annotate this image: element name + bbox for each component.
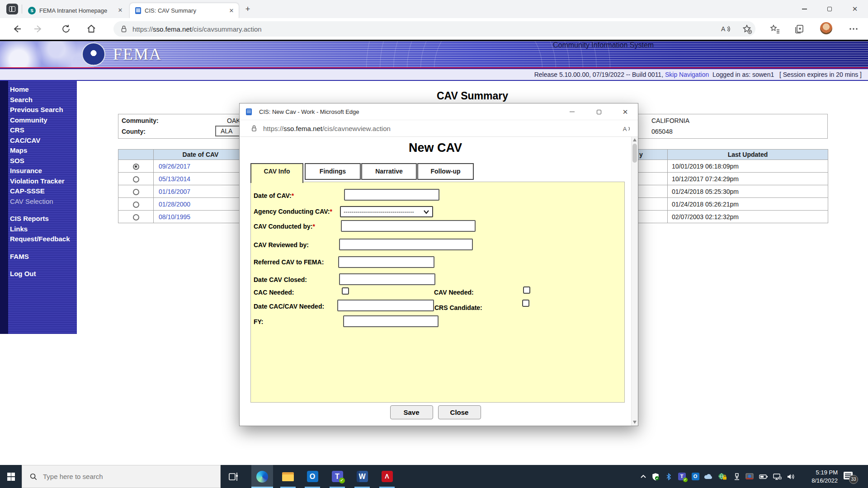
scrollbar-thumb[interactable] [632, 144, 637, 163]
tray-volume-icon[interactable] [785, 465, 797, 488]
tray-usb-icon[interactable] [731, 465, 743, 488]
popup-scrollbar[interactable] [631, 137, 638, 426]
tray-battery-icon[interactable] [758, 465, 769, 488]
referred-cav-to-fema-input[interactable] [338, 256, 434, 268]
taskbar-clock[interactable]: 5:19 PM 8/16/2022 [802, 465, 838, 488]
date-cav-closed-input[interactable] [339, 273, 435, 285]
sidebar-item-community[interactable]: Community [10, 115, 77, 126]
sidebar-item-fams[interactable]: FAMS [10, 252, 77, 262]
row-radio[interactable] [133, 189, 139, 195]
collections-icon[interactable] [794, 23, 805, 34]
refresh-icon[interactable] [61, 23, 71, 34]
taskbar-search-box[interactable] [22, 465, 221, 488]
close-tab-icon[interactable]: ✕ [117, 7, 124, 14]
cac-needed-checkbox[interactable] [342, 287, 349, 295]
sidebar-item-cac-cav[interactable]: CAC/CAV [10, 136, 77, 146]
taskbar-teams-button[interactable]: T✓ [326, 465, 348, 488]
task-view-button[interactable] [223, 465, 245, 488]
close-tab-icon[interactable]: ✕ [228, 7, 235, 14]
tab-cis-cav-summary[interactable]: CIS: CAV Summary ✕ [129, 3, 239, 18]
tray-teams-icon[interactable]: T✓ [676, 465, 688, 488]
tab-narrative[interactable]: Narrative [361, 163, 417, 180]
taskbar-outlook-button[interactable]: O [302, 465, 323, 488]
sidebar-item-request-feedback[interactable]: Request/Feedback [10, 234, 77, 244]
sidebar-item-log-out[interactable]: Log Out [10, 269, 77, 279]
save-button[interactable]: Save [390, 405, 433, 419]
taskbar-edge-button[interactable] [251, 465, 273, 488]
cav-date-link[interactable]: 05/13/2014 [154, 173, 248, 185]
window-minimize-button[interactable] [792, 0, 816, 18]
sidebar-item-maps[interactable]: Maps [10, 145, 77, 156]
address-bar[interactable]: https://sso.fema.net/cis/cavsummary.acti… [113, 21, 755, 37]
scroll-up-icon[interactable] [633, 138, 637, 141]
sidebar-item-cis-reports[interactable]: CIS Reports [10, 214, 77, 224]
settings-menu-icon[interactable] [848, 23, 859, 34]
window-close-button[interactable]: ✕ [843, 0, 867, 18]
read-aloud-icon[interactable]: A [720, 23, 731, 34]
sidebar-item-cav-selection[interactable]: CAV Selection [10, 197, 77, 207]
crs-candidate-checkbox[interactable] [522, 300, 529, 307]
popup-address-bar[interactable]: https://sso.fema.net/cis/cavnewview.acti… [240, 120, 638, 137]
row-radio[interactable] [133, 214, 139, 221]
cav-date-link[interactable]: 08/10/1995 [154, 211, 248, 223]
row-radio[interactable] [133, 202, 139, 208]
taskbar-word-button[interactable]: W [351, 465, 373, 488]
tab-cav-info[interactable]: CAV Info [250, 163, 303, 183]
tab-follow-up[interactable]: Follow-up [417, 163, 474, 180]
cav-conducted-by-input[interactable] [341, 220, 476, 232]
window-maximize-button[interactable] [817, 0, 842, 18]
tray-onedrive-icon[interactable] [703, 465, 714, 488]
tab-fema-intranet[interactable]: s FEMA Intranet Homepage ✕ [24, 3, 127, 18]
sidebar-item-insurance[interactable]: Insurance [10, 166, 77, 176]
profile-avatar[interactable] [820, 22, 832, 34]
sidebar-item-crs[interactable]: CRS [10, 125, 77, 136]
taskbar-file-explorer-button[interactable] [277, 465, 299, 488]
tray-remote-device-icon[interactable] [744, 465, 755, 488]
row-radio[interactable] [133, 176, 139, 183]
notification-center-button[interactable]: 33 [840, 465, 863, 488]
new-tab-button[interactable]: + [243, 5, 253, 14]
fy-input[interactable] [343, 315, 439, 327]
popup-close-button[interactable]: ✕ [615, 103, 636, 120]
cav-date-link[interactable]: 09/26/2017 [154, 160, 248, 173]
taskbar-acrobat-button[interactable]: Λ [376, 465, 398, 488]
cav-reviewed-by-input[interactable] [339, 239, 473, 250]
sidebar-item-links[interactable]: Links [10, 224, 77, 235]
tray-chevron-up-icon[interactable] [637, 465, 649, 488]
start-button[interactable] [0, 465, 22, 488]
sidebar-item-home[interactable]: Home [10, 81, 77, 95]
tab-findings[interactable]: Findings [305, 163, 361, 180]
close-button[interactable]: Close [438, 405, 481, 419]
sidebar-item-previous-search[interactable]: Previous Search [10, 105, 77, 115]
sidebar-item-cap-ssse[interactable]: CAP-SSSE [10, 186, 77, 197]
agency-conducting-cav-select[interactable]: ------------------------------------ [340, 206, 433, 217]
popup-minimize-button[interactable] [561, 103, 582, 120]
tray-network-icon[interactable] [771, 465, 783, 488]
sidebar-item-search[interactable]: Search [10, 95, 77, 105]
popup-maximize-button[interactable] [589, 103, 609, 120]
favorites-bar-icon[interactable] [769, 23, 780, 34]
skip-navigation-link[interactable]: Skip Navigation [665, 71, 709, 78]
date-cac-cav-needed-input[interactable] [337, 300, 434, 311]
read-aloud-icon[interactable]: A [622, 124, 632, 134]
row-radio[interactable] [133, 164, 139, 170]
search-input[interactable] [43, 473, 192, 480]
scroll-down-icon[interactable] [633, 421, 637, 424]
cav-needed-checkbox[interactable] [523, 286, 530, 294]
lock-icon [119, 24, 129, 34]
cav-date-link[interactable]: 01/28/2000 [154, 198, 248, 211]
date-of-cav-input[interactable] [344, 189, 439, 201]
sidebar-item-sos[interactable]: SOS [10, 156, 77, 166]
add-favorite-icon[interactable] [741, 23, 752, 34]
forward-icon[interactable] [33, 23, 44, 34]
tray-outlook-icon[interactable]: O [689, 465, 701, 488]
tray-security-shield-icon[interactable] [650, 465, 661, 488]
tray-bluetooth-icon[interactable] [663, 465, 675, 488]
cav-date-link[interactable]: 01/16/2007 [154, 185, 248, 198]
back-icon[interactable] [11, 23, 22, 34]
tab-actions-menu-icon[interactable] [6, 4, 18, 14]
home-icon[interactable] [86, 23, 97, 34]
tray-vpn-globe-lock-icon[interactable] [717, 465, 728, 488]
popup-titlebar[interactable]: CIS: New Cav - Work - Microsoft Edge ✕ [240, 103, 638, 120]
sidebar-item-violation-tracker[interactable]: Violation Tracker [10, 176, 77, 187]
